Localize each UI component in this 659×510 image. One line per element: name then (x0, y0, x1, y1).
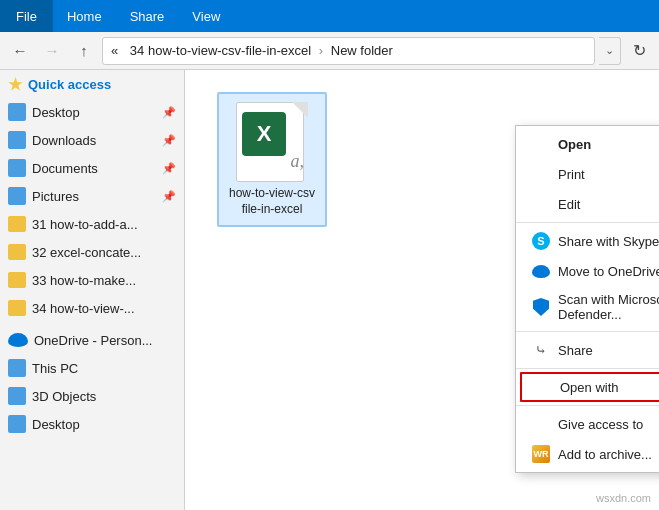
address-prefix: « (111, 43, 118, 58)
ctx-give-access[interactable]: Give access to (516, 409, 659, 439)
sidebar-label-downloads: Downloads (32, 133, 96, 148)
ctx-onedrive-label: Move to OneDrive (558, 264, 659, 279)
sidebar-item-folder3[interactable]: 33 how-to-make... (0, 266, 184, 294)
downloads-icon (8, 131, 26, 149)
sidebar-label-documents: Documents (32, 161, 98, 176)
edit-icon (532, 195, 550, 213)
ctx-open-with-label: Open with (560, 380, 619, 395)
address-separator1 (122, 43, 126, 58)
share-tab[interactable]: Share (116, 0, 179, 32)
sidebar-item-folder4[interactable]: 34 how-to-view-... (0, 294, 184, 322)
ctx-divider2 (516, 331, 659, 332)
ctx-share[interactable]: ⤷ Share (516, 335, 659, 365)
address-box[interactable]: « 34 how-to-view-csv-file-in-excel › New… (102, 37, 595, 65)
ctx-open[interactable]: Open (516, 129, 659, 159)
skype-icon: S (532, 232, 550, 250)
pictures-icon (8, 187, 26, 205)
ctx-add-archive[interactable]: WR Add to archive... (516, 439, 659, 469)
ctx-edit-label: Edit (558, 197, 580, 212)
ctx-defender-label: Scan with Microsoft Defender... (558, 292, 659, 322)
back-button[interactable]: ← (6, 37, 34, 65)
forward-button[interactable]: → (38, 37, 66, 65)
ctx-edit[interactable]: Edit (516, 189, 659, 219)
view-tab[interactable]: View (178, 0, 234, 32)
up-button[interactable]: ↑ (70, 37, 98, 65)
sidebar-item-onedrive[interactable]: OneDrive - Person... (0, 326, 184, 354)
give-access-icon (532, 415, 550, 433)
file-tab[interactable]: File (0, 0, 53, 32)
onedrive-icon (8, 333, 28, 347)
desktop2-icon (8, 415, 26, 433)
sidebar-label-desktop: Desktop (32, 105, 80, 120)
sidebar-label-3dobjects: 3D Objects (32, 389, 96, 404)
ctx-divider1 (516, 222, 659, 223)
sidebar-label-onedrive: OneDrive - Person... (34, 333, 153, 348)
address-dropdown[interactable]: ⌄ (599, 37, 621, 65)
defender-icon (532, 298, 550, 316)
sidebar-item-downloads[interactable]: Downloads 📌 (0, 126, 184, 154)
ribbon: File Home Share View (0, 0, 659, 32)
pin-icon-desktop: 📌 (162, 106, 176, 119)
share-icon: ⤷ (532, 341, 550, 359)
sidebar-item-thispc[interactable]: This PC (0, 354, 184, 382)
sidebar-item-pictures[interactable]: Pictures 📌 (0, 182, 184, 210)
ctx-divider3 (516, 368, 659, 369)
file-csv-label: a, (291, 151, 305, 172)
ctx-onedrive[interactable]: Move to OneDrive (516, 256, 659, 286)
sidebar-item-quick-access[interactable]: ★ Quick access (0, 70, 184, 98)
sidebar-label-folder3: 33 how-to-make... (32, 273, 136, 288)
print-icon (532, 165, 550, 183)
ctx-print[interactable]: Print (516, 159, 659, 189)
sidebar-label-folder2: 32 excel-concate... (32, 245, 141, 260)
ctx-archive-label: Add to archive... (558, 447, 652, 462)
addressbar: ← → ↑ « 34 how-to-view-csv-file-in-excel… (0, 32, 659, 70)
refresh-button[interactable]: ↻ (625, 37, 653, 65)
file-item[interactable]: X a, how-to-view-csv file-in-excel (217, 92, 327, 227)
desktop-icon (8, 103, 26, 121)
ctx-share-skype[interactable]: S Share with Skype (516, 226, 659, 256)
ctx-share-label: Share (558, 343, 593, 358)
sidebar-item-desktop[interactable]: Desktop 📌 (0, 98, 184, 126)
ctx-defender[interactable]: Scan with Microsoft Defender... (516, 286, 659, 328)
content-area: X a, how-to-view-csv file-in-excel Open … (185, 70, 659, 510)
open-with-icon (534, 378, 552, 396)
documents-icon (8, 159, 26, 177)
pin-icon-documents: 📌 (162, 162, 176, 175)
sidebar-label-folder1: 31 how-to-add-a... (32, 217, 138, 232)
watermark: wsxdn.com (596, 492, 651, 504)
open-icon (532, 135, 550, 153)
sidebar: ★ Quick access Desktop 📌 Downloads 📌 Doc… (0, 70, 185, 510)
sidebar-label-pictures: Pictures (32, 189, 79, 204)
context-menu: Open Print Edit S Share with Skype (515, 125, 659, 473)
address-part2: New folder (331, 43, 393, 58)
3dobjects-icon (8, 387, 26, 405)
sidebar-item-documents[interactable]: Documents 📌 (0, 154, 184, 182)
address-part1: 34 how-to-view-csv-file-in-excel (130, 43, 311, 58)
sidebar-item-folder1[interactable]: 31 how-to-add-a... (0, 210, 184, 238)
pin-icon-downloads: 📌 (162, 134, 176, 147)
excel-logo: X (242, 112, 286, 156)
folder1-icon (8, 216, 26, 232)
ctx-print-label: Print (558, 167, 585, 182)
sidebar-label-desktop2: Desktop (32, 417, 80, 432)
address-arrow: › (315, 43, 327, 58)
ctx-divider4 (516, 405, 659, 406)
ctx-open-with[interactable]: Open with (520, 372, 659, 402)
file-icon-wrapper: X a, (236, 102, 308, 182)
ctx-skype-label: Share with Skype (558, 234, 659, 249)
sidebar-item-3dobjects[interactable]: 3D Objects (0, 382, 184, 410)
folder2-icon (8, 244, 26, 260)
onedrive-move-icon (532, 262, 550, 280)
ctx-give-access-label: Give access to (558, 417, 643, 432)
folder4-icon (8, 300, 26, 316)
folder3-icon (8, 272, 26, 288)
sidebar-item-folder2[interactable]: 32 excel-concate... (0, 238, 184, 266)
sidebar-label-thispc: This PC (32, 361, 78, 376)
star-icon: ★ (8, 75, 22, 94)
sidebar-label-quick-access: Quick access (28, 77, 111, 92)
home-tab[interactable]: Home (53, 0, 116, 32)
archive-icon: WR (532, 445, 550, 463)
main-layout: ★ Quick access Desktop 📌 Downloads 📌 Doc… (0, 70, 659, 510)
pin-icon-pictures: 📌 (162, 190, 176, 203)
sidebar-item-desktop2[interactable]: Desktop (0, 410, 184, 438)
